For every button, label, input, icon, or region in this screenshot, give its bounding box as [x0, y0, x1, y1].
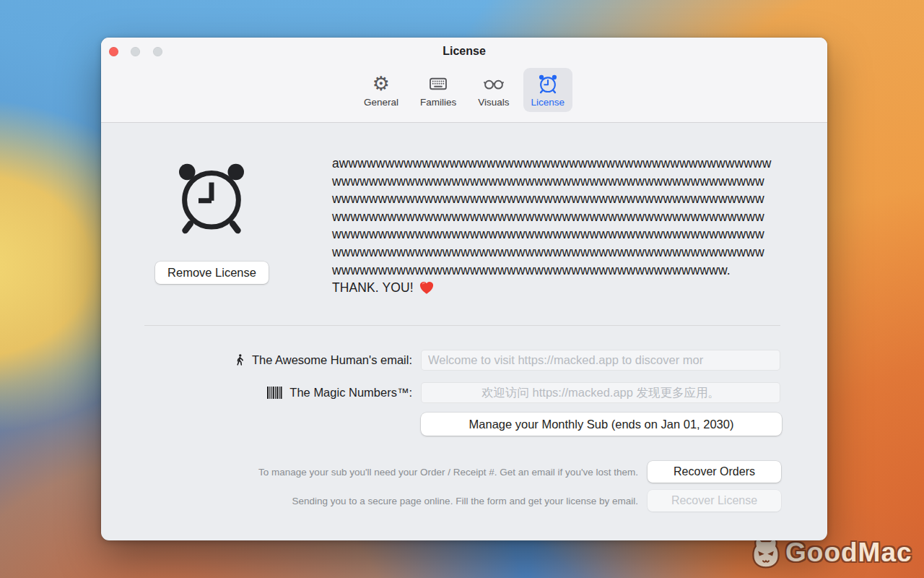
- keyboard-icon: [428, 73, 448, 95]
- tab-general-label: General: [364, 97, 398, 108]
- message-line: wwwwwwwwwwwwwwwwwwwwwwwwwwwwwwwwwwwwwwww…: [332, 225, 788, 243]
- recover-orders-hint: To manage your sub you'll need your Orde…: [101, 461, 638, 483]
- email-label-row: The Awesome Human's email:: [101, 350, 412, 371]
- manage-subscription-button[interactable]: Manage your Monthly Sub (ends on Jan 01,…: [421, 413, 782, 436]
- message-line: wwwwwwwwwwwwwwwwwwwwwwwwwwwwwwwwwwwwwwww…: [332, 173, 788, 191]
- goodmac-watermark: GoodMac: [748, 536, 912, 569]
- section-divider: [144, 325, 780, 326]
- recover-license-button[interactable]: Recover License: [648, 490, 781, 512]
- tab-visuals-label: Visuals: [478, 97, 509, 108]
- tab-visuals[interactable]: Visuals: [470, 68, 517, 112]
- message-line: wwwwwwwwwwwwwwwwwwwwwwwwwwwwwwwwwwwwwwww…: [332, 190, 788, 208]
- gear-icon: ⚙: [372, 73, 390, 95]
- tab-families[interactable]: Families: [412, 68, 464, 112]
- goodmac-cat-icon: [748, 536, 784, 569]
- magic-numbers-label-row: The Magic Numbers™:: [101, 382, 412, 403]
- message-line: wwwwwwwwwwwwwwwwwwwwwwwwwwwwwwwwwwwwwwww…: [332, 243, 788, 262]
- recover-orders-button[interactable]: Recover Orders: [648, 461, 781, 483]
- alarm-clock-illustration: [173, 158, 250, 239]
- email-label: The Awesome Human's email:: [252, 353, 412, 367]
- email-input[interactable]: [421, 350, 780, 371]
- tab-families-label: Families: [420, 97, 456, 108]
- license-window: License ⚙ General Famil: [101, 38, 827, 540]
- magic-numbers-label: The Magic Numbers™:: [289, 386, 412, 400]
- red-heart-icon: [419, 280, 435, 295]
- eyeglasses-icon: [483, 73, 505, 95]
- watermark-text: GoodMac: [785, 538, 912, 568]
- message-line: wwwwwwwwwwwwwwwwwwwwwwwwwwwwwwwwwwwwwwww…: [332, 262, 788, 280]
- license-message: awwwwwwwwwwwwwwwwwwwwwwwwwwwwwwwwwwwwwww…: [332, 155, 788, 297]
- tab-license[interactable]: License: [523, 68, 573, 112]
- message-line: awwwwwwwwwwwwwwwwwwwwwwwwwwwwwwwwwwwwwww…: [332, 155, 788, 173]
- thank-you-text: THANK. YOU!: [332, 279, 414, 297]
- toolbar-tabs: ⚙ General Families: [101, 68, 827, 118]
- recover-license-hint: Sending you to a secure page online. Fil…: [101, 490, 638, 512]
- window-title: License: [101, 45, 827, 58]
- tab-general[interactable]: ⚙ General: [356, 68, 406, 112]
- tab-license-label: License: [531, 97, 565, 108]
- barcode-icon: [267, 386, 283, 400]
- alarm-clock-icon: [538, 73, 558, 95]
- remove-license-button[interactable]: Remove License: [155, 262, 269, 284]
- magic-numbers-input[interactable]: [421, 382, 780, 403]
- titlebar: License ⚙ General Famil: [101, 38, 827, 123]
- walking-person-icon: [234, 353, 245, 367]
- message-line: wwwwwwwwwwwwwwwwwwwwwwwwwwwwwwwwwwwwwwww…: [332, 208, 788, 226]
